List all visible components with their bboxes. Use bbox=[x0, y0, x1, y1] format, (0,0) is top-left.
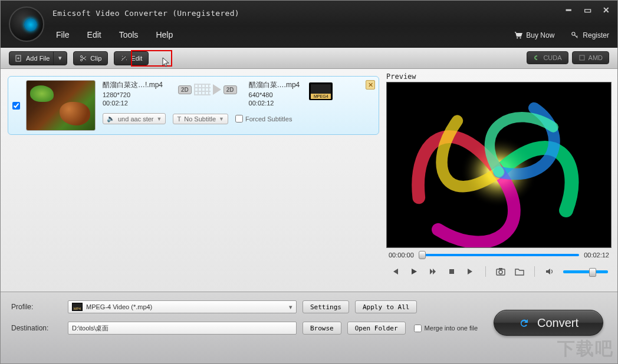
source-filename: 醋溜白菜这…!.mp4 bbox=[103, 80, 163, 90]
menu-file[interactable]: File bbox=[56, 30, 70, 39]
convert-label: Convert bbox=[537, 316, 578, 330]
badge-2d-src: 2D bbox=[178, 85, 192, 94]
preview-screen[interactable] bbox=[386, 82, 612, 248]
menu-help[interactable]: Help bbox=[156, 30, 173, 39]
browse-button[interactable]: Browse bbox=[303, 322, 341, 335]
apply-to-all-button[interactable]: Apply to All bbox=[355, 300, 417, 313]
svg-point-0 bbox=[517, 37, 518, 38]
format-icon bbox=[309, 82, 333, 100]
profile-select[interactable]: MP4 MPEG-4 Video (*.mp4) ▾ bbox=[68, 300, 297, 313]
open-folder-button[interactable]: Open Folder bbox=[347, 322, 406, 335]
nvidia-icon bbox=[533, 54, 540, 61]
add-file-button[interactable]: Add File ▾ bbox=[9, 51, 67, 65]
preview-panel: Preview 00:00:00 00:02:12 bbox=[386, 69, 617, 292]
cuda-label: CUDA bbox=[543, 54, 561, 61]
svg-rect-11 bbox=[499, 268, 502, 270]
seek-slider[interactable] bbox=[419, 254, 579, 256]
svg-rect-6 bbox=[580, 55, 584, 60]
footer: Profile: MP4 MPEG-4 Video (*.mp4) ▾ Sett… bbox=[1, 292, 617, 363]
minimize-button[interactable]: ━ bbox=[563, 5, 574, 15]
cursor-icon bbox=[162, 57, 170, 68]
cuda-badge[interactable]: CUDA bbox=[527, 51, 568, 64]
wand-icon bbox=[120, 55, 127, 62]
file-checkbox[interactable] bbox=[12, 102, 20, 110]
file-item[interactable]: 醋溜白菜这…!.mp4 1280*720 00:02:12 2D 2D 醋溜白菜… bbox=[8, 76, 379, 135]
app-logo bbox=[9, 6, 44, 42]
scissors-icon bbox=[80, 55, 87, 62]
speaker-icon: 🔈 bbox=[107, 115, 115, 123]
menu-tools[interactable]: Tools bbox=[119, 30, 139, 39]
stop-button[interactable] bbox=[446, 266, 457, 277]
register-label: Register bbox=[583, 31, 609, 39]
register-link[interactable]: Register bbox=[571, 31, 609, 39]
fastforward-button[interactable] bbox=[428, 266, 438, 277]
dest-resolution: 640*480 bbox=[249, 91, 300, 98]
amd-label: AMD bbox=[589, 54, 603, 61]
audio-track-dropdown[interactable]: 🔈 und aac ster ▼ bbox=[103, 113, 166, 124]
time-total: 00:02:12 bbox=[584, 252, 609, 259]
source-info: 醋溜白菜这…!.mp4 1280*720 00:02:12 bbox=[103, 80, 163, 107]
profile-label: Profile: bbox=[11, 303, 62, 311]
maximize-button[interactable]: ▭ bbox=[582, 5, 593, 15]
dest-filename: 醋溜白菜….mp4 bbox=[249, 80, 300, 90]
clip-button[interactable]: Clip bbox=[73, 51, 108, 65]
merge-checkbox[interactable] bbox=[414, 325, 422, 332]
subtitle-icon: T bbox=[177, 115, 181, 123]
cart-icon bbox=[514, 31, 522, 39]
next-button[interactable] bbox=[465, 266, 476, 277]
close-button[interactable]: ✕ bbox=[601, 5, 612, 15]
settings-button[interactable]: Settings bbox=[303, 300, 349, 313]
key-icon bbox=[571, 31, 579, 39]
buy-now-label: Buy Now bbox=[526, 31, 554, 39]
open-snapshot-folder-button[interactable] bbox=[514, 266, 525, 277]
preview-label: Preview bbox=[386, 72, 612, 81]
remove-item-button[interactable]: ✕ bbox=[366, 80, 375, 90]
amd-icon bbox=[578, 54, 586, 61]
play-button[interactable] bbox=[409, 266, 419, 277]
window-title: Emicsoft Video Converter (Unregistered) bbox=[52, 9, 239, 18]
snapshot-button[interactable] bbox=[495, 266, 506, 277]
amd-badge[interactable]: AMD bbox=[572, 51, 609, 64]
buy-now-link[interactable]: Buy Now bbox=[514, 31, 554, 39]
dest-info: 醋溜白菜….mp4 640*480 00:02:12 bbox=[249, 80, 300, 107]
source-duration: 00:02:12 bbox=[103, 100, 163, 107]
add-file-dropdown[interactable]: ▾ bbox=[53, 52, 67, 65]
volume-slider[interactable] bbox=[563, 270, 608, 273]
time-current: 00:00:00 bbox=[389, 252, 414, 259]
audio-track-label: und aac ster bbox=[118, 115, 154, 123]
destination-field[interactable]: D:\tools\桌面 bbox=[68, 322, 297, 335]
edit-button[interactable]: Edit bbox=[114, 51, 149, 65]
clip-label: Clip bbox=[90, 55, 101, 62]
edit-label: Edit bbox=[131, 55, 142, 62]
dest-duration: 00:02:12 bbox=[249, 100, 300, 107]
profile-value: MPEG-4 Video (*.mp4) bbox=[86, 303, 152, 310]
subtitle-label: No Subtitle bbox=[184, 115, 216, 123]
playback-controls bbox=[386, 262, 612, 281]
destination-value: D:\tools\桌面 bbox=[72, 324, 109, 333]
forced-subtitles-checkbox[interactable]: Forced Subtitles bbox=[235, 115, 292, 123]
toolbar: Add File ▾ Clip Edit CUDA AMD bbox=[1, 48, 617, 69]
badge-2d-dst: 2D bbox=[223, 85, 237, 94]
destination-label: Destination: bbox=[11, 324, 62, 332]
add-file-icon bbox=[15, 55, 22, 62]
svg-point-10 bbox=[499, 270, 502, 274]
svg-point-1 bbox=[520, 37, 521, 38]
add-file-label: Add File bbox=[26, 55, 50, 62]
main-area: 醋溜白菜这…!.mp4 1280*720 00:02:12 2D 2D 醋溜白菜… bbox=[1, 69, 617, 292]
menubar: File Edit Tools Help bbox=[56, 30, 173, 39]
subtitle-dropdown[interactable]: T No Subtitle ▼ bbox=[173, 114, 228, 124]
forced-subtitles-label: Forced Subtitles bbox=[245, 115, 292, 123]
conversion-arrow: 2D 2D bbox=[178, 84, 237, 95]
file-list: 醋溜白菜这…!.mp4 1280*720 00:02:12 2D 2D 醋溜白菜… bbox=[1, 69, 386, 292]
file-thumbnail[interactable] bbox=[26, 80, 96, 131]
menu-edit[interactable]: Edit bbox=[87, 30, 101, 39]
prev-button[interactable] bbox=[390, 266, 400, 277]
mpeg4-icon: MP4 bbox=[72, 303, 83, 311]
source-resolution: 1280*720 bbox=[103, 91, 163, 98]
volume-icon[interactable] bbox=[544, 266, 555, 277]
time-bar: 00:00:00 00:02:12 bbox=[386, 248, 612, 262]
convert-button[interactable]: Convert bbox=[494, 310, 603, 336]
titlebar: Emicsoft Video Converter (Unregistered) … bbox=[1, 1, 617, 48]
watermark: 下载吧 bbox=[557, 337, 614, 361]
preview-image bbox=[387, 82, 611, 248]
